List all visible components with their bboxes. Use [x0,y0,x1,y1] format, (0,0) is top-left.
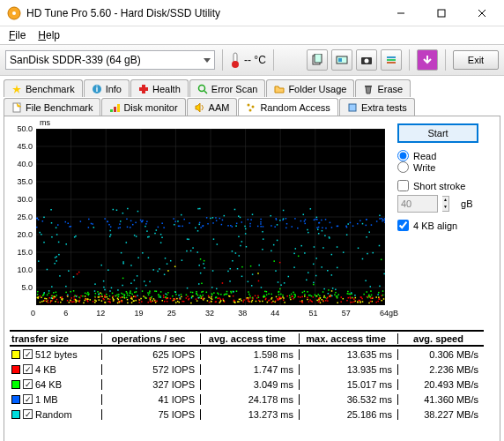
svg-rect-892 [372,252,374,254]
svg-rect-242 [48,302,49,303]
svg-rect-489 [352,297,353,299]
drive-selector[interactable]: SanDisk SDDR-339 (64 gB) [5,50,215,70]
tab-file-benchmark[interactable]: File Benchmark [4,98,100,116]
svg-rect-882 [313,282,315,284]
svg-rect-676 [232,226,233,228]
row-checkbox[interactable]: ✓ [23,379,33,389]
menu-file[interactable]: File [4,27,31,43]
tab-erase[interactable]: Erase [355,79,411,97]
svg-rect-898 [331,295,333,297]
svg-rect-645 [300,220,302,222]
folder-icon [274,84,285,94]
svg-rect-579 [37,294,39,295]
align-4kb-checkbox[interactable] [397,220,409,231]
tab-random-access[interactable]: Random Access [238,98,337,116]
svg-rect-113 [174,265,176,267]
svg-rect-929 [212,217,214,219]
svg-rect-451 [95,293,97,295]
short-stroke-label: Short stroke [413,181,465,191]
svg-rect-754 [362,258,364,260]
start-button[interactable]: Start [397,123,478,143]
svg-rect-864 [134,235,136,236]
tab-aam[interactable]: AAM [187,98,238,116]
svg-rect-329 [67,300,69,302]
svg-rect-814 [211,287,213,288]
screenshot-button[interactable] [356,49,377,71]
exit-button[interactable]: Exit [453,50,499,70]
svg-rect-758 [370,286,372,288]
svg-rect-639 [173,218,174,220]
svg-rect-602 [92,223,93,225]
copy-screenshot-button[interactable] [331,49,352,71]
svg-rect-486 [37,291,39,293]
tab-benchmark[interactable]: Benchmark [4,79,83,97]
tab-folder-usage[interactable]: Folder Usage [266,79,354,97]
svg-rect-744 [170,260,172,262]
svg-rect-581 [293,294,295,295]
save-button[interactable] [417,49,438,71]
svg-rect-417 [51,295,53,297]
svg-rect-567 [196,293,197,295]
svg-rect-731 [154,233,156,235]
maximize-button[interactable] [421,1,462,26]
svg-rect-76 [107,298,109,300]
svg-rect-275 [56,299,58,301]
copy-info-button[interactable] [307,49,328,71]
svg-rect-454 [278,294,280,295]
tab-health[interactable]: Health [130,79,189,97]
row-checkbox[interactable]: ✓ [23,394,33,404]
close-button[interactable] [462,1,502,26]
svg-rect-389 [378,298,380,300]
svg-rect-678 [260,223,262,225]
options-button[interactable] [381,49,402,71]
svg-rect-254 [271,302,273,303]
tab-disk-monitor[interactable]: Disk monitor [101,98,185,116]
short-stroke-checkbox[interactable] [397,180,409,191]
svg-rect-570 [278,291,280,293]
svg-text:i: i [95,85,98,93]
svg-rect-736 [39,232,41,234]
write-radio[interactable] [397,161,409,173]
svg-rect-883 [100,265,102,266]
tab-error-scan[interactable]: Error Scan [189,79,266,97]
svg-rect-630 [130,220,132,222]
row-checkbox[interactable]: ✓ [23,409,33,419]
svg-rect-94 [122,296,123,298]
svg-rect-907 [304,252,306,254]
row-checkbox[interactable]: ✓ [23,349,33,359]
svg-rect-216 [62,299,63,301]
svg-rect-57 [343,298,345,300]
svg-rect-251 [219,299,221,301]
svg-rect-720 [165,258,167,259]
svg-rect-474 [266,291,268,293]
svg-rect-755 [137,295,138,296]
svg-rect-729 [149,281,151,283]
svg-rect-515 [47,295,48,296]
minimize-button[interactable] [381,1,421,26]
read-radio[interactable] [397,150,409,161]
svg-rect-432 [56,295,57,296]
svg-rect-870 [283,210,285,212]
svg-rect-642 [346,227,348,228]
svg-rect-346 [353,301,355,303]
svg-rect-142 [40,302,41,303]
tab-info[interactable]: iInfo [84,79,130,97]
svg-rect-255 [327,300,329,302]
menu-help[interactable]: Help [33,27,65,43]
svg-rect-781 [56,260,57,262]
svg-rect-363 [329,295,330,297]
svg-rect-869 [43,292,45,294]
svg-rect-132 [101,300,103,302]
svg-rect-808 [216,288,218,290]
svg-rect-756 [65,243,67,245]
svg-rect-84 [46,298,48,300]
svg-rect-878 [273,244,275,246]
tab-extra-tests[interactable]: Extra tests [339,98,415,116]
row-checkbox[interactable]: ✓ [23,364,33,374]
read-label: Read [413,151,436,161]
svg-rect-325 [341,296,343,298]
svg-rect-270 [301,301,303,303]
svg-rect-392 [243,299,245,301]
svg-rect-414 [313,284,315,286]
svg-rect-456 [318,294,320,295]
